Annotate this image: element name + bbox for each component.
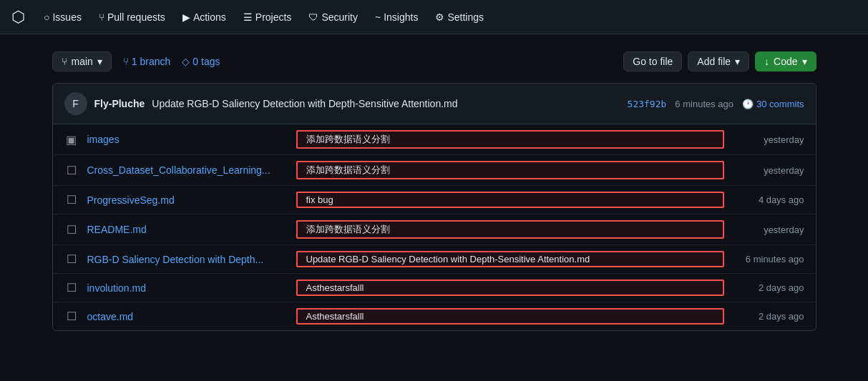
file-time: yesterday (733, 134, 804, 145)
file-commit-message[interactable]: Asthestarsfalll (296, 308, 724, 325)
branch-bar-left: ⑂ main ▾ ⑂ 1 branch ◇ 0 tags (52, 51, 220, 71)
avatar[interactable]: F (64, 92, 87, 115)
table-row: ☐ RGB-D Saliency Detection with Depth...… (53, 245, 816, 274)
code-chevron-icon: ▾ (802, 56, 807, 67)
file-time: 4 days ago (733, 194, 804, 205)
commit-author[interactable]: Fly-Pluche (94, 98, 145, 109)
branch-count-icon: ⑂ (123, 56, 129, 67)
branch-name: main (72, 56, 93, 67)
table-row: ☐ Cross_Dataset_Collaborative_Learning..… (53, 155, 816, 186)
nav-issues[interactable]: ○ Issues (36, 7, 89, 27)
branch-count-link[interactable]: ⑂ 1 branch (123, 56, 170, 67)
file-commit-message[interactable]: fix bug (296, 192, 724, 208)
commits-link[interactable]: 🕐 30 commits (742, 99, 804, 109)
file-commit-message[interactable]: 添加跨数据语义分割 (296, 220, 724, 239)
go-to-file-label: Go to file (633, 56, 673, 67)
add-file-label: Add file (697, 56, 731, 67)
file-commit-message[interactable]: Update RGB-D Saliency Detection with Dep… (296, 251, 724, 267)
file-icon: ☐ (64, 281, 79, 295)
file-icon: ☐ (64, 223, 79, 237)
file-name[interactable]: involution.md (87, 282, 288, 294)
pull-requests-icon: ⑂ (99, 11, 104, 23)
settings-icon: ⚙ (435, 11, 444, 23)
nav-pull-requests-label: Pull requests (107, 11, 165, 23)
repo-table: F Fly-Pluche Update RGB-D Saliency Detec… (52, 83, 816, 331)
file-name[interactable]: Cross_Dataset_Collaborative_Learning... (87, 164, 288, 176)
issues-icon: ○ (44, 11, 49, 23)
file-name[interactable]: RGB-D Saliency Detection with Depth... (87, 254, 288, 265)
add-file-button[interactable]: Add file ▾ (688, 51, 749, 71)
code-label: Code (774, 56, 797, 67)
file-name[interactable]: ProgressiveSeg.md (87, 194, 288, 206)
tag-count-label: 0 tags (192, 56, 220, 67)
commit-meta: 523f92b 6 minutes ago 🕐 30 commits (628, 99, 804, 109)
file-time: yesterday (733, 165, 804, 176)
table-row: ☐ ProgressiveSeg.md fix bug 4 days ago (53, 186, 816, 214)
avatar-text: F (72, 98, 79, 109)
file-commit-message[interactable]: 添加跨数据语义分割 (296, 161, 724, 179)
download-icon: ↓ (764, 56, 769, 67)
nav-actions[interactable]: ▶ Actions (175, 7, 233, 27)
history-icon: 🕐 (742, 99, 754, 109)
nav-settings[interactable]: ⚙ Settings (428, 7, 491, 27)
chevron-down-icon: ▾ (97, 56, 102, 67)
file-time: 2 days ago (733, 311, 804, 322)
nav-insights[interactable]: ~ Insights (368, 7, 425, 27)
nav-security[interactable]: 🛡 Security (301, 7, 365, 27)
branch-icon: ⑂ (62, 56, 67, 67)
file-time: 6 minutes ago (733, 254, 804, 264)
file-time: yesterday (733, 224, 804, 235)
nav-projects[interactable]: ☰ Projects (236, 7, 299, 27)
file-name[interactable]: octave.md (87, 311, 288, 322)
file-icon: ☐ (64, 193, 79, 207)
branch-selector[interactable]: ⑂ main ▾ (52, 51, 112, 71)
nav-issues-label: Issues (52, 11, 81, 23)
table-row: ▣ images 添加跨数据语义分割 yesterday (53, 124, 816, 155)
nav-projects-label: Projects (255, 11, 292, 23)
go-to-file-button[interactable]: Go to file (623, 51, 682, 71)
table-row: ☐ octave.md Asthestarsfalll 2 days ago (53, 302, 816, 330)
branch-bar-right: Go to file Add file ▾ ↓ Code ▾ (623, 51, 816, 71)
branch-count-label: 1 branch (132, 56, 170, 67)
commit-header: F Fly-Pluche Update RGB-D Saliency Detec… (53, 84, 816, 124)
table-row: ☐ involution.md Asthestarsfalll 2 days a… (53, 274, 816, 302)
github-logo[interactable]: ⬡ (11, 8, 25, 26)
tag-icon: ◇ (182, 56, 190, 67)
file-list: ▣ images 添加跨数据语义分割 yesterday ☐ Cross_Dat… (53, 124, 816, 330)
commit-time: 6 minutes ago (675, 99, 733, 109)
nav-pull-requests[interactable]: ⑂ Pull requests (92, 7, 172, 27)
top-nav: ⬡ ○ Issues ⑂ Pull requests ▶ Actions ☰ P… (0, 0, 868, 34)
commits-label: 30 commits (756, 99, 804, 109)
file-icon: ☐ (64, 164, 79, 177)
file-icon: ☐ (64, 310, 79, 323)
security-icon: 🛡 (308, 11, 318, 23)
file-name[interactable]: README.md (87, 224, 288, 235)
main-content: ⑂ main ▾ ⑂ 1 branch ◇ 0 tags Go to file … (41, 34, 828, 348)
tag-count-link[interactable]: ◇ 0 tags (182, 56, 220, 67)
insights-icon: ~ (375, 11, 381, 23)
nav-settings-label: Settings (447, 11, 484, 23)
file-commit-message[interactable]: Asthestarsfalll (296, 279, 724, 296)
nav-security-label: Security (321, 11, 358, 23)
table-row: ☐ README.md 添加跨数据语义分割 yesterday (53, 214, 816, 245)
file-icon: ☐ (64, 252, 79, 266)
commit-message: Update RGB-D Saliency Detection with Dep… (152, 98, 620, 109)
file-name[interactable]: images (87, 134, 288, 145)
file-time: 2 days ago (733, 282, 804, 293)
commit-hash[interactable]: 523f92b (628, 99, 667, 109)
file-commit-message[interactable]: 添加跨数据语义分割 (296, 130, 724, 149)
code-button[interactable]: ↓ Code ▾ (755, 51, 816, 71)
branch-bar: ⑂ main ▾ ⑂ 1 branch ◇ 0 tags Go to file … (52, 51, 816, 71)
add-file-chevron-icon: ▾ (735, 56, 740, 67)
projects-icon: ☰ (243, 11, 253, 23)
folder-icon: ▣ (64, 133, 79, 147)
actions-icon: ▶ (182, 11, 190, 23)
nav-insights-label: Insights (384, 11, 418, 23)
nav-actions-label: Actions (193, 11, 226, 23)
